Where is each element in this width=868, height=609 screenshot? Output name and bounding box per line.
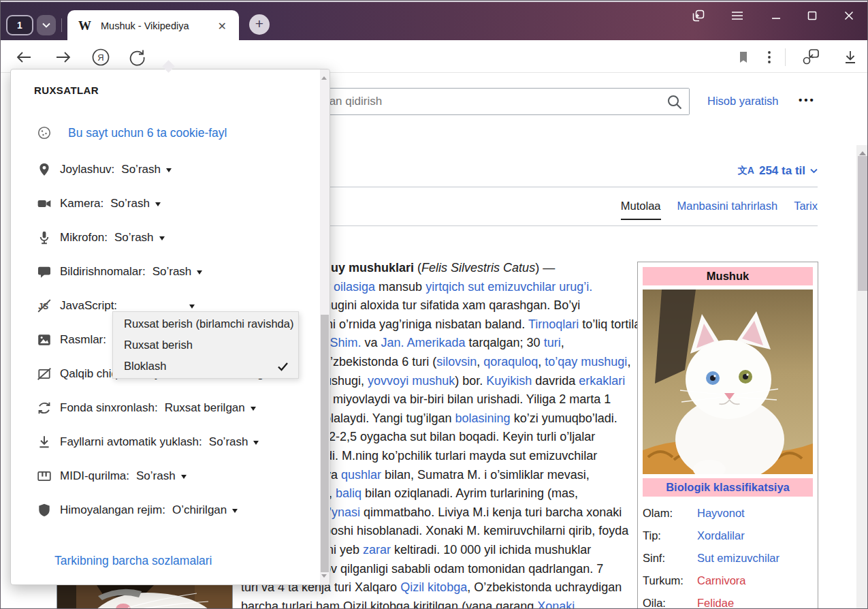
location-icon — [37, 162, 52, 177]
dropdown-item[interactable]: Ruxsat berish — [113, 334, 298, 356]
chevron-down-icon[interactable] — [181, 475, 187, 482]
chevron-down-icon[interactable] — [197, 270, 202, 277]
bookmark-button[interactable] — [733, 47, 754, 67]
back-button[interactable] — [14, 47, 34, 67]
new-tab-button[interactable]: + — [249, 14, 270, 35]
tab-counter-button[interactable]: 1 — [6, 15, 33, 35]
panel-scroll-up-icon[interactable] — [321, 74, 327, 80]
chevron-down-icon[interactable] — [166, 168, 172, 175]
permission-value[interactable]: O’chirilgan — [172, 503, 227, 517]
permission-value[interactable]: So’rash — [121, 163, 161, 176]
wiki-link[interactable]: yovvoyi mushuk — [368, 374, 455, 388]
permission-label: Fonda sinxronlash: — [60, 401, 158, 415]
collections-button[interactable] — [688, 6, 709, 25]
wiki-tab-manbasini-tahrirlash[interactable]: Manbasini tahrirlash — [677, 200, 778, 220]
search-icon[interactable] — [666, 93, 684, 111]
taxon-link[interactable]: Hayvonot — [697, 507, 745, 520]
password-manager-button[interactable] — [801, 47, 821, 67]
toolbar-separator — [785, 48, 786, 66]
close-window-button[interactable] — [839, 6, 859, 25]
language-selector[interactable]: 文A 254 ta til — [738, 164, 818, 178]
scroll-up-icon[interactable] — [859, 148, 866, 155]
yandex-icon: Я — [91, 48, 110, 67]
wiki-link[interactable]: yirtqich sut emizuvchilar urug’i. — [425, 280, 592, 294]
dropdown-item[interactable]: Ruxsat berish (birlamchi ravishda) — [113, 313, 298, 334]
more-options-icon[interactable]: ••• — [799, 94, 816, 106]
tab-list-chevron-button[interactable] — [37, 15, 56, 35]
minimize-button[interactable] — [766, 6, 786, 25]
scrollbar-thumb[interactable] — [858, 156, 867, 291]
forward-button[interactable] — [53, 47, 74, 67]
tab-close-icon[interactable]: ✕ — [214, 18, 231, 34]
permission-value[interactable]: So’rash — [209, 435, 248, 449]
wiki-link[interactable]: qushlar — [341, 468, 381, 482]
dropdown-item[interactable]: Bloklash — [113, 356, 298, 377]
chevron-down-icon — [810, 168, 818, 174]
permission-label: Rasmlar: — [60, 333, 106, 347]
yandex-services-button[interactable]: Я — [91, 47, 111, 67]
article-text: , — [627, 355, 630, 369]
wiki-link[interactable]: Qizil kitobga — [400, 580, 467, 594]
all-content-settings-link[interactable]: Tarkibning barcha sozlamalari — [54, 554, 212, 568]
wiki-link[interactable]: erkaklari — [579, 374, 625, 388]
menu-button[interactable] — [727, 6, 748, 25]
wiki-link[interactable]: Xonaki — [537, 599, 575, 609]
browser-toolbar: Я https://uz.wikipedia.org/wiki/Mushuk — [1, 40, 867, 73]
wiki-link[interactable]: Shim. — [329, 336, 361, 349]
browser-tab[interactable]: W Mushuk - Vikipediya ✕ — [67, 10, 239, 42]
cookies-link[interactable]: Bu sayt uchun 6 ta cookie-fayl — [68, 126, 227, 140]
chevron-down-icon[interactable] — [155, 202, 161, 209]
wiki-tab-mutolaa[interactable]: Mutolaa — [621, 200, 661, 220]
cookies-row[interactable]: Bu sayt uchun 6 ta cookie-fayl — [37, 123, 227, 143]
permission-label: Joylashuv: — [60, 163, 114, 176]
article-cat-thumbnail[interactable] — [57, 584, 233, 609]
page-scrollbar[interactable] — [856, 145, 868, 609]
permission-value[interactable]: So’rash — [114, 231, 154, 245]
panel-scrollbar-thumb[interactable] — [321, 315, 329, 572]
reload-button[interactable] — [127, 47, 147, 67]
chevron-down-icon[interactable] — [159, 236, 165, 243]
panel-scrollbar[interactable] — [320, 69, 329, 584]
chevron-down-icon[interactable] — [251, 407, 256, 413]
permission-row-microphone: Mikrofon:So’rash — [37, 221, 313, 255]
images-icon — [37, 332, 52, 347]
taxon-link[interactable]: Sut emizuvchilar — [697, 552, 779, 565]
wiki-link[interactable]: to’qay mushugi — [545, 355, 627, 369]
chevron-down-icon[interactable] — [232, 509, 238, 516]
panel-scroll-down-icon[interactable] — [321, 574, 327, 580]
wiki-link[interactable]: turi — [544, 336, 561, 349]
permission-label: Bildirishnomalar: — [60, 265, 146, 279]
wiki-link[interactable]: Tirnoqlari — [528, 317, 579, 331]
permission-row-camera: Kamera:So’rash — [37, 187, 313, 221]
article-text: ) — — [535, 261, 555, 275]
taxon-link[interactable]: Xordalilar — [697, 529, 745, 542]
article-text: , O’zbekistonda uchraydigan — [467, 580, 622, 594]
maximize-button[interactable] — [802, 6, 822, 25]
permission-value[interactable]: Ruxsat berilgan — [165, 401, 245, 415]
permission-row-notifications: Bildirishnomalar:So’rash — [37, 255, 313, 289]
chevron-down-icon[interactable] — [189, 304, 195, 311]
permission-value[interactable]: So’rash — [152, 265, 192, 279]
permission-value[interactable]: So’rash — [110, 197, 150, 210]
wikipedia-favicon: W — [78, 18, 91, 33]
wiki-tab-tarix[interactable]: Tarix — [794, 200, 818, 220]
wiki-link[interactable]: baliq — [336, 486, 361, 500]
chevron-down-icon[interactable] — [253, 441, 259, 448]
wiki-link[interactable]: Jan. Amerikada — [381, 336, 465, 349]
create-account-link[interactable]: Hisob yaratish — [707, 95, 779, 108]
extensions-menu-button[interactable] — [759, 47, 779, 67]
kitten-photo[interactable] — [643, 290, 813, 474]
wiki-link[interactable]: silovsin — [436, 355, 477, 369]
permission-value[interactable]: So’rash — [136, 469, 176, 483]
taxon-link[interactable]: Felidae — [697, 597, 734, 609]
wiki-link[interactable]: bolasining — [455, 411, 511, 425]
hamburger-icon — [731, 11, 743, 20]
classification-table: Olam:HayvonotTip:XordalilarSinf:Sut emiz… — [643, 502, 813, 609]
downloads-button[interactable] — [840, 47, 861, 67]
wiki-link[interactable]: qoraquloq — [483, 355, 538, 369]
kebab-menu-icon — [767, 50, 771, 64]
taxon-link[interactable]: Carnivora — [697, 574, 746, 587]
wiki-link[interactable]: zarar — [363, 543, 391, 557]
wiki-link[interactable]: Kuyikish — [486, 374, 532, 388]
permissions-heading: RUXSATLAR — [34, 84, 99, 96]
